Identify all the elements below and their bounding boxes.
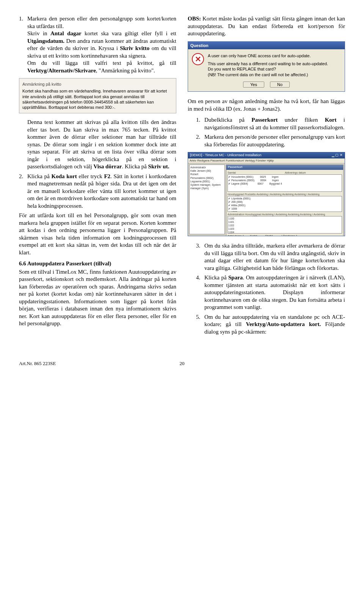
heading-6-6: 6.6 Autouppdatera Passerkort (tillval) bbox=[19, 260, 176, 268]
text: kortet ska vara giltigt eller fyll i ett bbox=[82, 30, 176, 36]
numbered-item-3-right: 3. Om du ska ändra tillträde, markera el… bbox=[188, 242, 345, 272]
listbox-1: ✔ Hovudentre (0001) 0025 Ingen ✔ Persona… bbox=[228, 174, 342, 192]
app-right-panel: Passerkort Samtal Aktiverings datum ✔ Ho… bbox=[226, 165, 344, 234]
text: Klicka på bbox=[204, 274, 228, 281]
dialog-message: A user can only have ONE access card for… bbox=[208, 53, 341, 78]
paragraph-autoupdate: Som ett tillval i TimeLox MC, finns funk… bbox=[19, 268, 176, 328]
text: under fliken bbox=[278, 117, 325, 123]
numbered-item-1-right: 1. Dubelklicka på Passerkort under flike… bbox=[188, 116, 345, 131]
tabs-1: Hovubyggnad Produktio Avdelning i Avdeln… bbox=[228, 193, 342, 196]
bold-text: Utgångsdatum. bbox=[27, 38, 64, 44]
article-number: Art.Nr. 865 223SE bbox=[19, 361, 56, 367]
app-title-text: [DEMO] - TimeLox MC - Unlicensed Install… bbox=[190, 153, 262, 158]
list-text: Dubelklicka på Passerkort under fliken K… bbox=[204, 116, 345, 131]
yes-button[interactable]: Yes bbox=[243, 82, 264, 88]
paragraph-two-cards: Om en person av någon anledning måste ha… bbox=[188, 98, 345, 113]
dialog-titlebar: Question bbox=[188, 42, 345, 49]
col-label: Samtal bbox=[228, 171, 285, 174]
dialog-body: ✕ A user can only have ONE access card f… bbox=[188, 49, 345, 82]
remark-body: Kortet ska handhas som en värdehandling.… bbox=[22, 88, 173, 110]
numbered-item-2-right: 2. Markera den person/de personer eller … bbox=[188, 133, 345, 148]
no-button[interactable]: No bbox=[270, 82, 290, 88]
timelox-app-screenshot: [DEMO] - TimeLox MC - Unlicensed Install… bbox=[188, 152, 345, 236]
remark-title: Anmärkning på kvitto bbox=[22, 82, 173, 87]
bottom-fields: Antal dagar: 1 Kortet Startid Låsschema … bbox=[228, 234, 342, 236]
list-text: Klicka på Spara. Om autouppdateringen är… bbox=[204, 274, 345, 311]
list-text: Om du har autouppdatering via en standal… bbox=[204, 314, 345, 336]
two-column-layout: 1. Markera den person eller den personal… bbox=[19, 15, 345, 338]
numbered-item-1: 1. Markera den person eller den personal… bbox=[19, 15, 176, 74]
list-number: 1. bbox=[196, 116, 204, 131]
msg-line: Do you want to REPLACE that card? bbox=[208, 66, 341, 72]
left-column: 1. Markera den person eller den personal… bbox=[19, 15, 176, 338]
text: , "Anmärkning på kvitto". bbox=[96, 67, 155, 74]
text: Dubelklicka på bbox=[204, 117, 251, 123]
list-number: 2. bbox=[19, 173, 27, 210]
dialog-buttons: Yes No bbox=[188, 82, 345, 91]
list-text: Markera den person/de personer eller per… bbox=[204, 133, 345, 148]
numbered-item-2: 2. Klicka på Koda kort eller tryck F2. S… bbox=[19, 173, 176, 210]
tabs-2: Administration Hovubyggnad Avdelning i A… bbox=[228, 213, 342, 216]
numbered-item-4-right: 4. Klicka på Spara. Om autouppdateringen… bbox=[188, 274, 345, 311]
paragraph-group-cards: För att utfärda kort till en hel Persona… bbox=[19, 212, 176, 256]
listbox-3: 1100 1101 1102 1103 1104 1105 1106 1108 bbox=[228, 216, 342, 234]
bold-text: F2 bbox=[104, 173, 110, 179]
bold-text: Spara bbox=[228, 274, 243, 281]
list-text: Om du ska ändra tillträde, markera eller… bbox=[204, 242, 345, 272]
bold-text: Verktyg/Auto-updattera kort. bbox=[246, 321, 321, 327]
col-label: Aktiverings datum bbox=[285, 171, 342, 174]
bold-text: Visa dörrar bbox=[94, 163, 122, 169]
window-controls-icon: ▁ ▢ ✕ bbox=[332, 153, 343, 158]
bold-text: Skriv ut. bbox=[148, 163, 169, 169]
list-number: 4. bbox=[196, 274, 204, 311]
indented-paragraph: Denna text kommer att skrivas på alla kv… bbox=[19, 119, 176, 171]
bold-text: Skriv kvitto bbox=[120, 45, 149, 51]
app-panel-passerkort: Passerkort Samtal Aktiverings datum ✔ Ho… bbox=[226, 165, 344, 236]
bold-text: Verktyg/Alternativ/Skrivare bbox=[27, 67, 96, 74]
question-dialog-screenshot: Question ✕ A user can only have ONE acce… bbox=[188, 41, 345, 92]
obs-label: OBS: bbox=[188, 16, 201, 22]
remark-screenshot: Anmärkning på kvitto Kortet ska handhas … bbox=[19, 78, 176, 113]
app-titlebar: [DEMO] - TimeLox MC - Unlicensed Install… bbox=[188, 152, 345, 158]
bold-text: Koda kort bbox=[52, 173, 77, 179]
text: . Klicka på bbox=[122, 163, 148, 169]
msg-line: This user already has a different card w… bbox=[208, 61, 341, 67]
right-column: OBS: Kortet måste kodas på vanligt sätt … bbox=[188, 15, 345, 338]
numbered-item-5-right: 5. Om du har autouppdatering via en stan… bbox=[188, 314, 345, 336]
app-content: Administratör Kalle Jensen (00) Robert P… bbox=[188, 163, 345, 235]
error-icon: ✕ bbox=[192, 53, 204, 65]
text: Om du vill lägga till valfri text på kvi… bbox=[27, 60, 176, 66]
bold-text: Passerkort bbox=[251, 117, 278, 123]
msg-line: A user can only have ONE access card for… bbox=[208, 53, 341, 59]
text: Skriv in bbox=[27, 30, 50, 36]
msg-line: (NB! The current data on the card will n… bbox=[208, 72, 341, 78]
list-number: 1. bbox=[19, 15, 27, 74]
columns-row: Samtal Aktiverings datum bbox=[228, 171, 342, 174]
text: eller tryck bbox=[77, 173, 104, 179]
listbox-2: ✔ Löpnästa (0001) ✔ 208 (000) ✔ Attila (… bbox=[228, 196, 342, 212]
app-menubar: Arkiv Redigera Passerkort Funktionskort … bbox=[188, 158, 345, 163]
page-number: 20 bbox=[180, 361, 185, 367]
text: Denna text kommer att skrivas på alla kv… bbox=[27, 119, 176, 169]
list-number: 5. bbox=[196, 314, 204, 336]
text: Markera den person eller den personalgru… bbox=[27, 16, 176, 29]
list-text: Markera den person eller den personalgru… bbox=[27, 15, 176, 74]
list-text: Klicka på Koda kort eller tryck F2. Sätt… bbox=[27, 173, 176, 210]
app-tree: Administratör Kalle Jensen (00) Robert P… bbox=[189, 165, 225, 234]
bold-text: Kort bbox=[325, 117, 337, 123]
list-number: 2. bbox=[196, 133, 204, 148]
obs-text: Kortet måste kodas på vanligt sätt först… bbox=[188, 16, 345, 36]
obs-paragraph: OBS: Kortet måste kodas på vanligt sätt … bbox=[188, 15, 345, 38]
page-footer: Art.Nr. 865 223SE 20 bbox=[19, 361, 345, 367]
list-number: 3. bbox=[196, 242, 204, 272]
text: Klicka på bbox=[27, 173, 52, 179]
panel-header: Passerkort bbox=[226, 165, 343, 169]
bold-text: Antal dagar bbox=[50, 30, 82, 36]
